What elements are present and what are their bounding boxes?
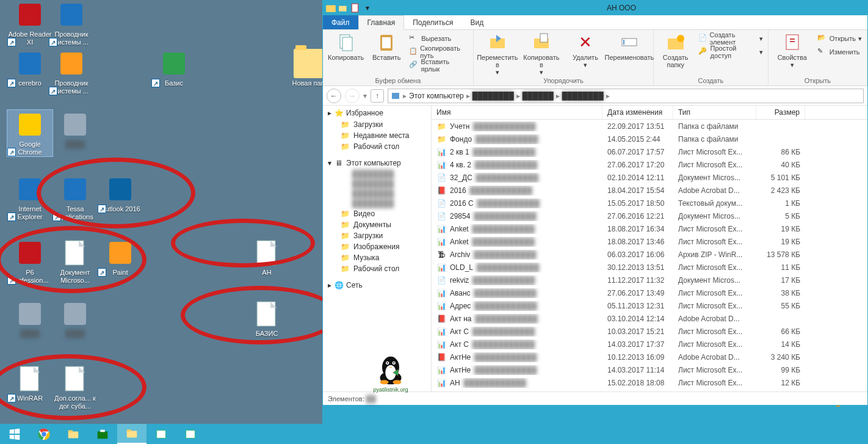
desktop-icon-dop-sogl[interactable]: Доп.согла... к дог суба... [52,364,98,410]
file-row[interactable]: 📁Фондо████████████14.05.2015 2:44Папка с… [432,133,867,145]
desktop-icon-cerebro[interactable]: cerebro [7,49,52,87]
titlebar[interactable]: ▾ АН ООО [323,1,867,15]
file-row[interactable]: 📕2016████████████18.04.2017 15:54Adobe A… [432,184,867,197]
nav-item[interactable]: 📁Музыка [328,252,431,263]
desktop-icon-doc-ms[interactable]: Документ Microso... [52,238,98,285]
nav-pane[interactable]: ▸⭐Избранное 📁Загрузки📁Недавние места📁Раб… [323,106,432,391]
easy-access-button[interactable]: 🔑Простой доступ ▾ [698,46,762,58]
file-row[interactable]: 📊Anket████████████18.08.2017 13:46Лист M… [432,235,867,248]
taskbar-app2[interactable] [176,424,205,444]
nav-item[interactable]: 📁Рабочий стол [328,263,431,274]
desktop-icon-bazis-app[interactable]: Базис [151,49,197,87]
tab-file[interactable]: Файл [323,15,358,29]
up-button[interactable]: ↑ [371,89,384,103]
new-item-button[interactable]: 📄Создать элемент ▾ [698,32,762,45]
tab-share[interactable]: Поделиться [404,15,461,29]
nav-item[interactable]: 📁Загрузки [328,119,431,130]
network-header[interactable]: ▸🌐Сеть [328,280,431,290]
file-row[interactable]: 📕АктНе████████████10.12.2013 16:09Adobe … [432,351,867,363]
nav-item[interactable]: 📁Изображения [328,241,431,252]
file-row[interactable]: 📊АктНе████████████14.03.2017 11:14Лист M… [432,363,867,376]
taskbar-start[interactable] [0,424,29,444]
nav-item[interactable]: ████████ [340,189,431,198]
nav-item[interactable]: 📁Рабочий стол [328,141,431,152]
file-row[interactable]: 📄32_ДС████████████02.10.2014 12:11Докуме… [432,171,867,184]
taskbar-store[interactable] [88,424,117,444]
forward-button[interactable]: → [345,89,360,103]
file-row[interactable]: 📁Учетн████████████22.09.2017 13:51Папка … [432,120,867,133]
computer-header[interactable]: ▾🖥Этот компьютер [328,158,431,168]
desktop-icon-blur2[interactable]: ████ [7,299,52,338]
qat-dropdown-icon[interactable]: ▾ [362,2,373,13]
file-row[interactable]: 📊OLD_L████████████30.12.2013 13:51Лист M… [432,261,867,274]
history-dropdown-icon[interactable]: ▾ [363,92,367,100]
edit-button[interactable]: ✎Изменить [817,46,862,58]
properties-button[interactable]: Свойства ▾ [773,32,811,68]
col-name[interactable]: Имя [432,106,602,119]
taskbar-explorer[interactable] [59,424,88,444]
file-row[interactable]: 📊4 кв. 2████████████27.06.2017 17:20Лист… [432,158,867,171]
file-row[interactable]: 📄2016 C████████████15.05.2017 18:50Текст… [432,197,867,209]
desktop-icon-winrar[interactable]: WinRAR [7,364,52,402]
desktop-icon-blur3[interactable]: ████ [52,299,98,338]
desktop-icon-paint[interactable]: Paint [98,238,143,277]
move-to-button[interactable]: Переместить в ▾ [479,32,516,76]
nav-item[interactable]: 📁Недавние места [328,130,431,141]
col-size[interactable]: Размер [756,106,805,119]
file-row[interactable]: 📊2 кв 1████████████06.07.2017 17:57Лист … [432,145,867,158]
col-type[interactable]: Тип [673,106,756,119]
taskbar-chrome[interactable] [29,424,59,444]
desktop-icon-chrome[interactable]: Google Chrome [7,110,52,156]
file-type-icon: 📊 [436,340,446,349]
nav-item[interactable]: 📁Документы [328,219,431,230]
desktop-icon-ie[interactable]: Internet Explorer [7,175,52,221]
desktop-icon-an-file[interactable]: АН [244,238,289,277]
desktop-icon-adobe-reader[interactable]: Adobe Reader XI [7,0,52,46]
desktop-icon-provodnik2[interactable]: Проводник системы ... [49,49,94,95]
tab-view[interactable]: Вид [461,15,492,29]
copy-to-button[interactable]: Копировать в ▾ [523,32,560,76]
copy-path-button[interactable]: 📋Скопировать путь [409,46,468,58]
file-row[interactable]: 📊Акт С████████████14.03.2017 17:37Лист M… [432,338,867,351]
file-row[interactable]: 📊Anket████████████18.08.2017 16:34Лист M… [432,222,867,235]
file-row[interactable]: 📄29854████████████27.06.2016 12:21Докуме… [432,209,867,222]
desktop-icon-tessa[interactable]: Tessa Applications [52,175,98,221]
nav-item[interactable]: ████████ [340,198,431,208]
file-row[interactable]: 🗜Archiv████████████06.03.2017 16:06Архив… [432,248,867,261]
col-date[interactable]: Дата изменения [602,106,673,119]
window-title: АН ООО [375,4,867,12]
desktop-icon-bazis-file[interactable]: БАЗИС [244,299,289,338]
tab-home[interactable]: Главная [358,15,405,30]
nav-item[interactable]: ████████ [340,179,431,189]
file-row[interactable]: 📊Акт С████████████10.03.2017 15:21Лист M… [432,325,867,338]
copy-button[interactable]: Копировать [328,32,364,61]
desktop[interactable]: Adobe Reader XIПроводник системы ...cere… [0,0,322,424]
paste-button[interactable]: Вставить [370,32,403,61]
back-button[interactable]: ← [327,89,341,103]
file-row[interactable]: 📄rekviz████████████11.12.2017 11:32Докум… [432,274,867,286]
breadcrumb[interactable]: ▸ Этот компьютер ▸ ████████▸ ██████▸ ███… [388,89,864,103]
paste-shortcut-button[interactable]: 🔗Вставить ярлык [409,59,468,71]
favorites-header[interactable]: ▸⭐Избранное [328,108,431,118]
delete-button[interactable]: ✕Удалить ▾ [566,32,604,68]
desktop-icon-p6[interactable]: P6 Profession... [7,238,52,285]
qat-properties-icon[interactable] [350,2,361,13]
nav-item[interactable]: 📁Загрузки [328,230,431,241]
file-row[interactable]: 📕Акт на████████████03.10.2014 12:14Adobe… [432,312,867,325]
file-row[interactable]: 📊АН████████████15.02.2018 18:08Лист Micr… [432,376,867,389]
desktop-icon-blur1[interactable]: ████ [52,110,98,148]
taskbar-explorer2[interactable] [117,424,146,444]
cut-button[interactable]: ✂Вырезать [409,32,468,45]
new-folder-button[interactable]: Создать папку [659,32,693,68]
rename-button[interactable]: Переименовать [610,32,648,61]
svg-rect-15 [64,303,86,325]
file-row[interactable]: 📊Адрес████████████05.11.2013 12:31Лист M… [432,299,867,312]
qat-new-folder-icon[interactable] [338,2,349,13]
taskbar-app1[interactable] [146,424,176,444]
desktop-icon-provodnik1[interactable]: Проводник системы ... [49,0,94,46]
nav-item[interactable]: ████████ [340,169,431,179]
nav-item[interactable]: 📁Видео [328,208,431,219]
file-row[interactable]: 📊Аванс████████████27.06.2017 13:49Лист M… [432,286,867,299]
desktop-icon-outlook[interactable]: Outlook 2016 [98,175,143,213]
open-button[interactable]: 📂Открыть ▾ [817,32,862,45]
